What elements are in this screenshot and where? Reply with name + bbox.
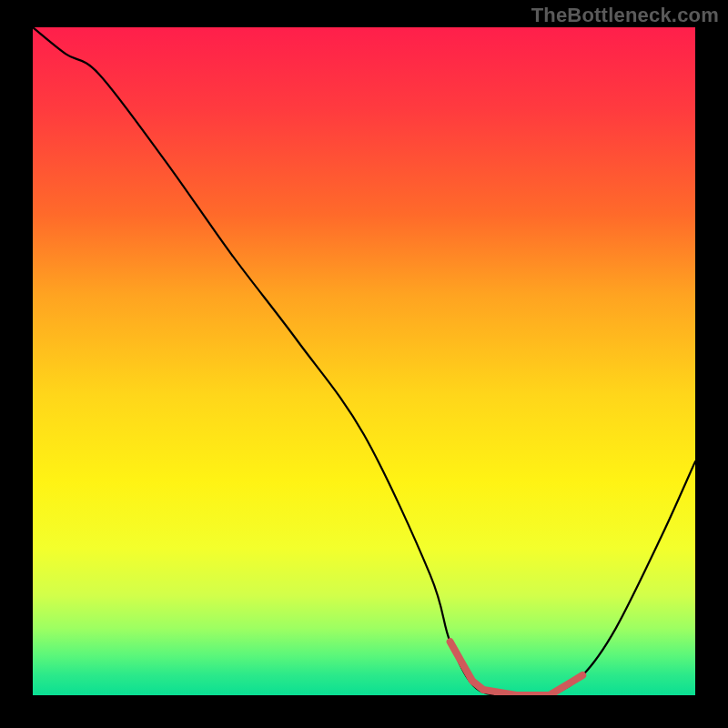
chart-frame: TheBottleneck.com [0, 0, 728, 728]
optimal-range-highlight [450, 642, 583, 695]
bottleneck-curve-svg [33, 27, 695, 695]
plot-area [33, 27, 695, 695]
bottleneck-curve-line [33, 27, 695, 695]
watermark-text: TheBottleneck.com [531, 4, 719, 27]
